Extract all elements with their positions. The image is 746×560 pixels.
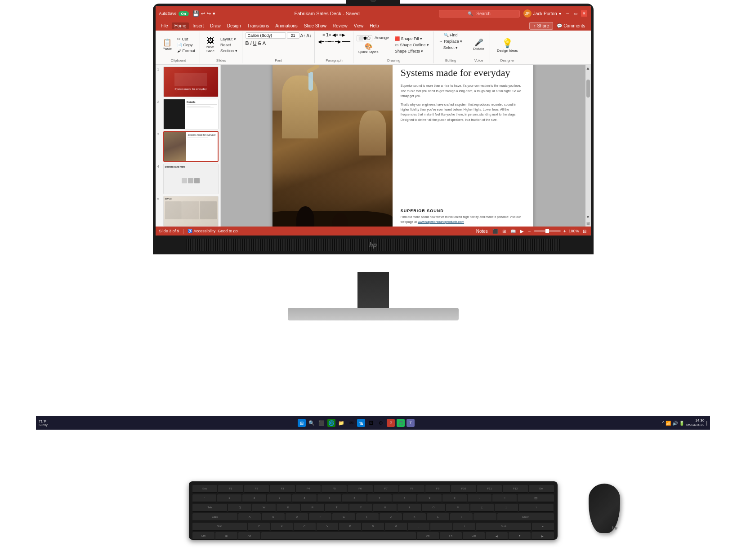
system-clock[interactable]: 14:30 05/04/2022 xyxy=(686,418,704,428)
save-icon[interactable]: 💾 xyxy=(192,10,199,17)
slide-3-thumbnail[interactable]: Systems made for everyday xyxy=(163,131,219,162)
key-backspace[interactable]: ⌫ xyxy=(518,494,554,502)
font-shrink-icon[interactable]: A↓ xyxy=(306,33,312,38)
key-semicolon[interactable]: ; xyxy=(450,513,473,521)
key-f11[interactable]: F11 xyxy=(477,485,502,493)
indent-increase-icon[interactable]: ≡▶ xyxy=(339,32,346,37)
key-period[interactable]: . xyxy=(430,523,452,531)
slide-1-thumbnail[interactable]: System made for everyday xyxy=(163,67,219,97)
menu-animations[interactable]: Animations xyxy=(272,22,300,29)
key-f4[interactable]: F4 xyxy=(296,485,321,493)
menu-transitions[interactable]: Transitions xyxy=(245,22,272,29)
slide-thumb-3[interactable]: 3 Systems made for everyday xyxy=(157,131,219,162)
key-g[interactable]: G xyxy=(332,513,355,521)
key-e[interactable]: E xyxy=(277,504,300,512)
menu-view[interactable]: View xyxy=(351,22,366,29)
zoom-out-btn[interactable]: − xyxy=(527,229,532,234)
key-enter[interactable]: Enter xyxy=(497,513,554,521)
indent-decrease-icon[interactable]: ◀≡ xyxy=(332,32,339,37)
key-comma[interactable]: , xyxy=(408,523,430,531)
find-button[interactable]: 🔍 Find xyxy=(442,32,460,38)
key-3[interactable]: 3 xyxy=(267,494,291,502)
key-t[interactable]: T xyxy=(325,504,348,512)
align-right-button[interactable]: ━▶ xyxy=(335,39,341,44)
key-f9[interactable]: F9 xyxy=(425,485,451,493)
replace-button[interactable]: ↔ Replace ▾ xyxy=(437,39,464,44)
search-box[interactable]: 🔍 Search xyxy=(439,10,520,18)
key-7[interactable]: 7 xyxy=(367,494,392,502)
key-space[interactable] xyxy=(261,532,416,540)
format-painter-button[interactable]: 🖌 Format xyxy=(175,48,197,53)
shape-outline-button[interactable]: ▭ Shape Outline ▾ xyxy=(393,42,431,48)
key-w[interactable]: W xyxy=(252,504,276,512)
scroll-up-btn[interactable]: ▲ xyxy=(586,66,590,71)
select-button[interactable]: Select ▾ xyxy=(442,45,460,50)
key-equals[interactable]: = xyxy=(492,494,517,502)
key-up[interactable]: ▲ xyxy=(532,523,554,531)
taskbar-search-btn[interactable]: 🔍 xyxy=(308,419,316,427)
align-center-button[interactable]: ─━─ xyxy=(325,39,334,44)
slide-thumb-5[interactable]: 5 DWYC xyxy=(157,196,219,227)
key-f[interactable]: F xyxy=(309,513,331,521)
key-u[interactable]: U xyxy=(373,504,397,512)
key-c[interactable]: C xyxy=(294,523,316,531)
key-tab[interactable]: Tab xyxy=(192,504,228,512)
autosave-toggle[interactable]: On xyxy=(179,11,189,16)
key-f5[interactable]: F5 xyxy=(322,485,347,493)
font-size-box[interactable]: 21 xyxy=(287,32,299,39)
font-color-button[interactable]: A xyxy=(263,40,266,46)
arrange-button[interactable]: Arrange xyxy=(373,35,390,41)
quick-styles-button[interactable]: 🎨 Quick Styles xyxy=(357,42,380,55)
fit-slide-btn[interactable]: ⊟ xyxy=(582,229,587,234)
key-d[interactable]: D xyxy=(286,513,308,521)
key-i[interactable]: I xyxy=(398,504,421,512)
key-capslock[interactable]: Caps xyxy=(192,513,238,521)
volume-icon[interactable]: 🔊 xyxy=(672,421,678,426)
key-r[interactable]: R xyxy=(301,504,324,512)
key-left[interactable]: ◀ xyxy=(486,532,508,540)
key-right[interactable]: ▶ xyxy=(532,532,554,540)
network-icon[interactable]: 📶 xyxy=(666,421,671,426)
key-p[interactable]: P xyxy=(446,504,469,512)
key-v[interactable]: V xyxy=(317,523,339,531)
menu-draw[interactable]: Draw xyxy=(207,22,223,29)
key-j[interactable]: J xyxy=(380,513,402,521)
key-n[interactable]: N xyxy=(362,523,384,531)
key-f12[interactable]: F12 xyxy=(503,485,528,493)
key-b[interactable]: B xyxy=(339,523,361,531)
key-f10[interactable]: F10 xyxy=(451,485,476,493)
close-button[interactable]: ✕ xyxy=(581,10,587,17)
key-5[interactable]: 5 xyxy=(317,494,342,502)
taskbar-settings-btn[interactable]: ⚙ xyxy=(377,419,385,427)
taskbar-spotify-btn[interactable]: 🎵 xyxy=(397,419,405,427)
align-left-button[interactable]: ◀━ xyxy=(318,39,324,44)
key-lshift[interactable]: Shift xyxy=(192,523,247,531)
zoom-in-btn[interactable]: + xyxy=(563,229,567,234)
key-o[interactable]: O xyxy=(422,504,445,512)
key-alt-l[interactable]: Alt xyxy=(238,532,260,540)
justify-button[interactable]: ━━━ xyxy=(342,39,350,44)
key-f8[interactable]: F8 xyxy=(399,485,424,493)
key-f7[interactable]: F7 xyxy=(374,485,399,493)
shapes-picker[interactable]: ⬜⬟⬡ xyxy=(357,35,372,41)
slide-sorter-btn[interactable]: ⊞ xyxy=(501,229,507,234)
dictate-button[interactable]: 🎤 Dictate xyxy=(470,38,487,52)
key-f1[interactable]: F1 xyxy=(218,485,243,493)
key-quote[interactable]: ' xyxy=(474,513,496,521)
slide-thumb-1[interactable]: 1 System made for everyday xyxy=(157,67,219,97)
key-f2[interactable]: F2 xyxy=(244,485,269,493)
key-f6[interactable]: F6 xyxy=(348,485,373,493)
key-ctrl-l[interactable]: Ctrl xyxy=(192,532,214,540)
key-backslash[interactable]: \ xyxy=(519,504,554,512)
key-a[interactable]: A xyxy=(238,513,261,521)
bold-button[interactable]: B xyxy=(246,40,249,46)
key-0[interactable]: 0 xyxy=(442,494,467,502)
cut-button[interactable]: ✂ Cut xyxy=(175,36,197,42)
taskbar-teams-btn[interactable]: T xyxy=(407,419,415,427)
slide-2-thumbnail[interactable]: Details xyxy=(163,99,219,129)
zoom-slider[interactable] xyxy=(534,230,561,232)
menu-review[interactable]: Review xyxy=(330,22,350,29)
reading-view-btn[interactable]: 📖 xyxy=(509,229,517,234)
slideshow-btn[interactable]: ▶ xyxy=(519,229,525,234)
redo-icon[interactable]: ↪ xyxy=(207,11,211,17)
